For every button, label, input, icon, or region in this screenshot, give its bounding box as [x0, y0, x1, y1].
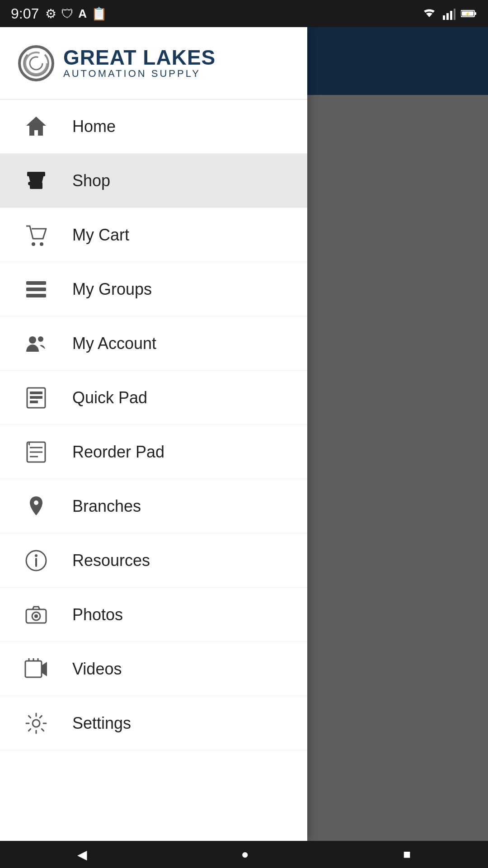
nav-list: HomeShopMy CartMy GroupsMy AccountQuick … — [0, 99, 307, 750]
svg-rect-24 — [30, 392, 42, 394]
svg-rect-26 — [30, 401, 38, 403]
svg-point-34 — [35, 554, 38, 557]
nav-label-my-account: My Account — [72, 334, 156, 353]
status-time: 9:07 — [11, 5, 39, 22]
nav-label-reorder-pad: Reorder Pad — [72, 443, 164, 462]
nav-item-settings[interactable]: Settings — [0, 696, 307, 750]
logo-title: GREAT LAKES — [63, 47, 216, 68]
cart-nav-icon — [18, 217, 54, 253]
svg-rect-3 — [454, 9, 455, 20]
nav-label-resources: Resources — [72, 551, 150, 570]
nav-item-my-cart[interactable]: My Cart — [0, 208, 307, 262]
clipboard-status-icon: 📋 — [91, 6, 107, 21]
svg-rect-20 — [26, 294, 46, 297]
shield-status-icon: 🛡 — [61, 6, 74, 21]
back-button[interactable]: ◀ — [64, 843, 101, 867]
svg-rect-38 — [25, 661, 42, 677]
nav-item-home[interactable]: Home — [0, 99, 307, 154]
svg-point-13 — [30, 57, 42, 70]
svg-point-37 — [34, 614, 38, 618]
nav-item-resources[interactable]: Resources — [0, 533, 307, 588]
location-nav-icon — [18, 488, 54, 524]
logo-area: GREAT LAKES AUTOMATION SUPPLY — [0, 27, 307, 99]
info-nav-icon — [18, 542, 54, 579]
svg-point-22 — [38, 336, 43, 342]
logo-subtitle: AUTOMATION SUPPLY — [63, 68, 216, 80]
logo-icon — [18, 45, 54, 81]
svg-point-12 — [25, 52, 47, 74]
settings-nav-icon — [18, 705, 54, 741]
recent-button[interactable]: ■ — [389, 843, 424, 866]
svg-rect-2 — [450, 11, 452, 20]
svg-point-21 — [29, 336, 36, 344]
bottom-nav: ◀ ● ■ — [0, 841, 488, 868]
svg-rect-6 — [474, 12, 476, 15]
camera-nav-icon — [18, 597, 54, 633]
svg-rect-0 — [443, 15, 445, 20]
video-nav-icon — [18, 651, 54, 687]
nav-item-my-account[interactable]: My Account — [0, 316, 307, 371]
svg-rect-25 — [30, 396, 42, 399]
nav-item-videos[interactable]: Videos — [0, 642, 307, 696]
nav-label-my-groups: My Groups — [72, 280, 152, 299]
nav-label-videos: Videos — [72, 660, 122, 679]
home-button[interactable]: ● — [228, 843, 263, 866]
svg-point-31 — [34, 500, 38, 505]
svg-rect-14 — [27, 172, 45, 176]
svg-text:⚡: ⚡ — [465, 11, 470, 17]
nav-item-my-groups[interactable]: My Groups — [0, 262, 307, 316]
svg-rect-19 — [26, 288, 46, 291]
svg-rect-15 — [30, 184, 42, 189]
nav-label-quick-pad: Quick Pad — [72, 388, 147, 407]
nav-label-my-cart: My Cart — [72, 226, 129, 245]
nav-label-settings: Settings — [72, 714, 131, 733]
nav-label-home: Home — [72, 117, 116, 136]
svg-point-16 — [32, 242, 35, 246]
groups-nav-icon — [18, 271, 54, 307]
nav-item-shop[interactable]: Shop — [0, 154, 307, 208]
svg-rect-18 — [26, 281, 46, 285]
battery-icon: ⚡ — [461, 9, 477, 18]
quickpad-nav-icon — [18, 380, 54, 416]
navigation-drawer: GREAT LAKES AUTOMATION SUPPLY HomeShopMy… — [0, 27, 307, 841]
shop-nav-icon — [18, 163, 54, 199]
nav-label-shop: Shop — [72, 171, 110, 190]
status-bar: 9:07 ⚙ 🛡 A 📋 ⚡ — [0, 0, 488, 27]
nav-item-reorder-pad[interactable]: Reorder Pad — [0, 425, 307, 479]
signal-icon — [443, 7, 455, 20]
svg-point-42 — [33, 720, 40, 727]
a-status-icon: A — [78, 7, 87, 21]
wifi-icon — [421, 7, 437, 20]
reorder-nav-icon — [18, 434, 54, 470]
nav-item-branches[interactable]: Branches — [0, 479, 307, 533]
logo-spinner-icon — [23, 50, 50, 77]
logo-text: GREAT LAKES AUTOMATION SUPPLY — [63, 47, 216, 80]
nav-item-quick-pad[interactable]: Quick Pad — [0, 371, 307, 425]
nav-item-photos[interactable]: Photos — [0, 588, 307, 642]
svg-point-17 — [40, 242, 43, 246]
svg-rect-1 — [446, 13, 449, 20]
home-nav-icon — [18, 108, 54, 145]
nav-label-branches: Branches — [72, 497, 141, 516]
nav-label-photos: Photos — [72, 605, 123, 624]
drawer-overlay[interactable] — [307, 27, 488, 841]
account-nav-icon — [18, 326, 54, 362]
gear-status-icon: ⚙ — [45, 6, 56, 21]
